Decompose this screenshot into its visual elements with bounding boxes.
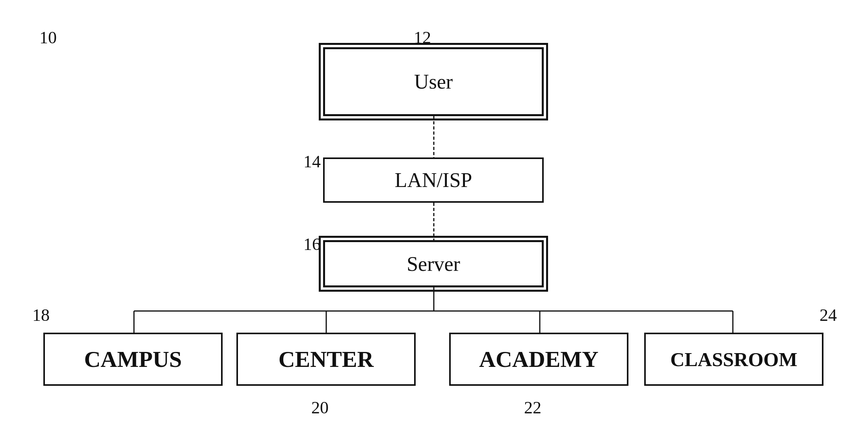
fig-number-label: 10 <box>39 28 57 48</box>
campus-box: CAMPUS <box>43 333 223 386</box>
classroom-label: CLASSROOM <box>670 348 797 371</box>
user-box: User <box>323 47 544 116</box>
center-box: CENTER <box>236 333 416 386</box>
center-number-label: 20 <box>311 398 329 418</box>
lan-box: LAN/ISP <box>323 157 544 203</box>
classroom-box: CLASSROOM <box>644 333 823 386</box>
lan-label: LAN/ISP <box>395 168 472 192</box>
center-label: CENTER <box>279 346 374 372</box>
server-box: Server <box>323 240 544 287</box>
campus-label: CAMPUS <box>84 346 182 372</box>
branch-number-label: 18 <box>32 305 50 325</box>
diagram: 10 12 User 14 LAN/ISP 16 Server 18 24 CA… <box>0 0 868 435</box>
academy-label: ACADEMY <box>479 346 598 372</box>
server-label: Server <box>407 252 460 276</box>
lan-number-label: 14 <box>303 152 321 172</box>
academy-box: ACADEMY <box>449 333 628 386</box>
academy-number-label: 22 <box>524 398 541 418</box>
user-label: User <box>414 70 453 93</box>
classroom-number-label: 24 <box>820 305 837 325</box>
user-number-label: 12 <box>414 28 431 48</box>
server-number-label: 16 <box>303 234 321 254</box>
